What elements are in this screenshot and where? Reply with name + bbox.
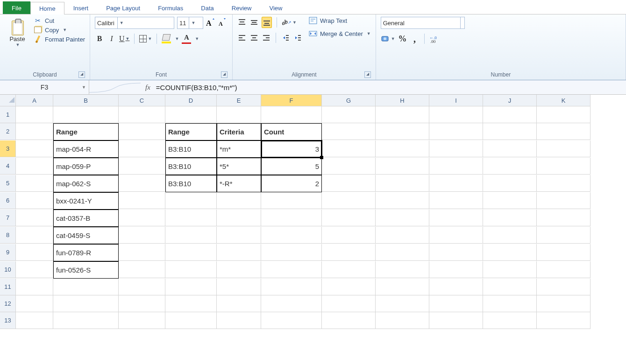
cell-J8[interactable] [483,227,537,244]
cell-D11[interactable] [165,279,217,295]
cell-K13[interactable] [537,312,590,329]
cell-D5[interactable]: B3:B10 [165,175,217,192]
font-size-combo[interactable]: 11 ▼ [177,17,203,29]
cell-A13[interactable] [16,312,53,329]
italic-button[interactable]: I [107,34,116,44]
cell-A12[interactable] [16,295,53,312]
cell-G3[interactable] [322,140,376,157]
dialog-launcher-icon[interactable]: ◢ [78,71,85,78]
cell-G7[interactable] [322,210,376,226]
cell-H1[interactable] [376,106,429,123]
cut-button[interactable]: ✂ Cut [34,17,85,24]
cell-I6[interactable] [429,192,483,209]
cell-I1[interactable] [429,106,483,123]
chevron-down-icon[interactable]: ▼ [175,36,179,41]
merge-center-button[interactable]: Merge & Center ▼ [309,30,371,37]
row-header-11[interactable]: 11 [0,279,16,295]
name-box[interactable]: F3 ▼ [0,80,89,94]
chevron-down-icon[interactable]: ▼ [195,36,199,41]
cell-K7[interactable] [537,210,590,226]
cell-J2[interactable] [483,123,537,140]
cell-A3[interactable] [16,140,53,157]
cell-E8[interactable] [217,227,261,244]
cell-E7[interactable] [217,210,261,226]
cell-E12[interactable] [217,295,261,312]
cell-B1[interactable] [53,106,119,123]
cell-F1[interactable] [261,106,322,123]
font-color-button[interactable]: A [182,34,191,44]
formula-input[interactable] [155,83,626,92]
dialog-launcher-icon[interactable]: ◢ [364,71,371,78]
cell-B5[interactable]: map-062-S [53,175,119,192]
cell-J1[interactable] [483,106,537,123]
cell-D13[interactable] [165,312,217,329]
cell-J13[interactable] [483,312,537,329]
cell-K10[interactable] [537,261,590,278]
increase-font-button[interactable]: A [206,18,215,28]
cell-A7[interactable] [16,210,53,226]
cell-A10[interactable] [16,261,53,278]
cell-D2[interactable]: Range [165,123,217,140]
cell-H7[interactable] [376,210,429,226]
cell-I13[interactable] [429,312,483,329]
cell-H13[interactable] [376,312,429,329]
cell-I9[interactable] [429,244,483,261]
tab-page-layout[interactable]: Page Layout [97,1,149,14]
cell-D12[interactable] [165,295,217,312]
select-all-corner[interactable] [0,95,16,106]
align-middle-button[interactable] [249,17,259,28]
cell-E5[interactable]: *-R* [217,175,261,192]
wrap-text-button[interactable]: Wrap Text [309,17,371,24]
format-painter-button[interactable]: Format Painter [34,35,85,43]
cell-H8[interactable] [376,227,429,244]
cell-D9[interactable] [165,244,217,261]
cell-J5[interactable] [483,175,537,192]
column-header-B[interactable]: B [53,95,119,106]
cell-K11[interactable] [537,279,590,295]
cell-C10[interactable] [119,261,165,278]
column-header-K[interactable]: K [537,95,590,106]
tab-home[interactable]: Home [30,2,64,14]
cell-D7[interactable] [165,210,217,226]
row-header-2[interactable]: 2 [0,123,16,140]
tab-review[interactable]: Review [223,1,261,14]
decrease-indent-button[interactable] [281,33,290,43]
column-header-A[interactable]: A [16,95,53,106]
cell-A1[interactable] [16,106,53,123]
row-header-6[interactable]: 6 [0,192,16,209]
cell-B10[interactable]: fun-0526-S [53,261,119,279]
orientation-button[interactable]: ab↗▼ [282,17,297,28]
cell-H9[interactable] [376,244,429,261]
cell-G4[interactable] [322,158,376,175]
cell-K8[interactable] [537,227,590,244]
tab-insert[interactable]: Insert [64,1,98,14]
cell-C5[interactable] [119,175,165,192]
align-bottom-button[interactable] [262,17,272,28]
cell-G6[interactable] [322,192,376,209]
cell-J11[interactable] [483,279,537,295]
cell-F3[interactable]: 3 [261,140,322,158]
cell-A4[interactable] [16,158,53,175]
fill-color-button[interactable] [162,34,171,44]
cell-A5[interactable] [16,175,53,192]
cell-I11[interactable] [429,279,483,295]
cell-G2[interactable] [322,123,376,140]
cell-B3[interactable]: map-054-R [53,140,119,158]
row-header-10[interactable]: 10 [0,261,16,278]
column-header-D[interactable]: D [165,95,217,106]
decrease-font-button[interactable]: A [218,18,228,28]
cell-A9[interactable] [16,244,53,261]
row-header-8[interactable]: 8 [0,227,16,244]
cell-K5[interactable] [537,175,590,192]
cell-E13[interactable] [217,312,261,329]
cell-B9[interactable]: fun-0789-R [53,244,119,261]
cell-C11[interactable] [119,279,165,295]
cell-B11[interactable] [53,279,119,295]
comma-button[interactable]: , [410,34,420,44]
cell-I7[interactable] [429,210,483,226]
row-header-12[interactable]: 12 [0,295,16,312]
borders-button[interactable]: ▼ [139,34,152,44]
cell-E1[interactable] [217,106,261,123]
cell-K1[interactable] [537,106,590,123]
cell-A2[interactable] [16,123,53,140]
